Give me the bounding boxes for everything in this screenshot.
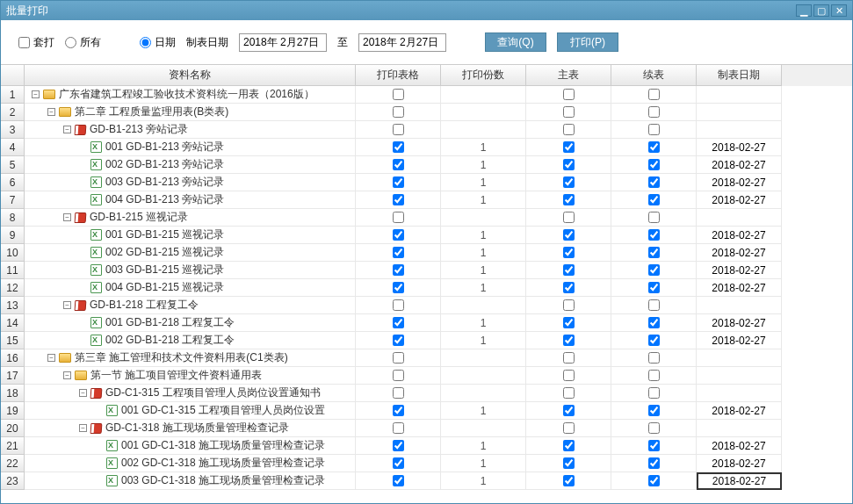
- cell-chk[interactable]: [356, 244, 441, 262]
- cell-chk[interactable]: [356, 156, 441, 174]
- cell-ext[interactable]: [611, 455, 697, 472]
- cell-ext[interactable]: [611, 349, 697, 367]
- ext-checkbox[interactable]: [648, 335, 660, 346]
- print-checkbox[interactable]: [393, 335, 404, 346]
- ext-checkbox[interactable]: [648, 159, 660, 170]
- cell-ext[interactable]: [611, 174, 697, 191]
- main-checkbox[interactable]: [563, 159, 575, 170]
- cell-ext[interactable]: [611, 402, 697, 420]
- cell-main[interactable]: [526, 437, 611, 455]
- cell-ext[interactable]: [611, 279, 697, 297]
- table-row[interactable]: 6003 GD-B1-213 旁站记录12018-02-27: [1, 174, 852, 191]
- cell-name[interactable]: 001 GD-B1-218 工程复工令: [25, 314, 356, 332]
- tree-toggle[interactable]: −: [63, 301, 71, 309]
- cell-main[interactable]: [526, 297, 611, 314]
- cell-main[interactable]: [526, 279, 611, 297]
- col-ext[interactable]: 续表: [611, 65, 697, 86]
- print-checkbox[interactable]: [393, 387, 404, 399]
- cell-chk[interactable]: [356, 420, 441, 437]
- print-checkbox[interactable]: [393, 194, 404, 205]
- cell-ext[interactable]: [611, 332, 697, 349]
- cell-ext[interactable]: [611, 385, 697, 402]
- cell-chk[interactable]: [356, 349, 441, 367]
- ext-checkbox[interactable]: [648, 124, 660, 135]
- ext-checkbox[interactable]: [648, 176, 660, 188]
- grid-body[interactable]: 1−广东省建筑工程竣工验收技术资料统一用表（2016版）2−第二章 工程质量监理…: [1, 86, 852, 503]
- cell-main[interactable]: [526, 332, 611, 349]
- cell-ext[interactable]: [611, 472, 697, 490]
- table-row[interactable]: 18−GD-C1-315 工程项目管理人员岗位设置通知书: [1, 385, 852, 402]
- print-checkbox[interactable]: [393, 176, 404, 188]
- ext-checkbox[interactable]: [648, 141, 660, 153]
- cell-name[interactable]: 003 GD-B1-213 旁站记录: [25, 174, 356, 191]
- cell-chk[interactable]: [356, 191, 441, 209]
- table-row[interactable]: 10002 GD-B1-215 巡视记录12018-02-27: [1, 244, 852, 262]
- table-row[interactable]: 17−第一节 施工项目管理文件资料通用表: [1, 367, 852, 385]
- cell-main[interactable]: [526, 174, 611, 191]
- cell-name[interactable]: −第一节 施工项目管理文件资料通用表: [25, 367, 356, 385]
- table-row[interactable]: 22002 GD-C1-318 施工现场质量管理检查记录12018-02-27: [1, 455, 852, 472]
- cell-name[interactable]: −GD-C1-318 施工现场质量管理检查记录: [25, 420, 356, 437]
- cell-chk[interactable]: [356, 86, 441, 104]
- cell-chk[interactable]: [356, 367, 441, 385]
- print-checkbox[interactable]: [393, 457, 404, 469]
- cell-main[interactable]: [526, 121, 611, 139]
- cell-ext[interactable]: [611, 86, 697, 104]
- cell-main[interactable]: [526, 349, 611, 367]
- ext-checkbox[interactable]: [648, 89, 660, 100]
- cell-main[interactable]: [526, 86, 611, 104]
- cell-name[interactable]: −GD-C1-315 工程项目管理人员岗位设置通知书: [25, 385, 356, 402]
- ext-checkbox[interactable]: [648, 106, 660, 118]
- cell-name[interactable]: 004 GD-B1-215 巡视记录: [25, 279, 356, 297]
- ext-checkbox[interactable]: [648, 457, 660, 469]
- main-checkbox[interactable]: [563, 352, 575, 364]
- print-checkbox[interactable]: [393, 247, 404, 258]
- cell-main[interactable]: [526, 402, 611, 420]
- cell-ext[interactable]: [611, 420, 697, 437]
- table-row[interactable]: 23003 GD-C1-318 施工现场质量管理检查记录12018-02-27: [1, 472, 852, 490]
- cell-main[interactable]: [526, 227, 611, 244]
- cell-chk[interactable]: [356, 139, 441, 156]
- tree-toggle[interactable]: −: [79, 389, 87, 397]
- cell-chk[interactable]: [356, 227, 441, 244]
- ext-checkbox[interactable]: [648, 422, 660, 434]
- cell-chk[interactable]: [356, 385, 441, 402]
- print-checkbox[interactable]: [393, 282, 404, 293]
- query-button[interactable]: 查询(Q): [485, 32, 546, 52]
- table-row[interactable]: 1−广东省建筑工程竣工验收技术资料统一用表（2016版）: [1, 86, 852, 104]
- tree-toggle[interactable]: −: [47, 108, 55, 116]
- maximize-button[interactable]: ▢: [813, 4, 829, 17]
- cell-main[interactable]: [526, 455, 611, 472]
- col-qty[interactable]: 打印份数: [441, 65, 526, 86]
- all-radio[interactable]: 所有: [65, 35, 101, 50]
- minimize-button[interactable]: ▁: [796, 4, 812, 17]
- cell-name[interactable]: 001 GD-B1-213 旁站记录: [25, 139, 356, 156]
- cell-name[interactable]: −GD-B1-215 巡视记录: [25, 209, 356, 227]
- main-checkbox[interactable]: [563, 475, 575, 486]
- print-checkbox[interactable]: [393, 264, 404, 276]
- cell-chk[interactable]: [356, 262, 441, 279]
- table-row[interactable]: 20−GD-C1-318 施工现场质量管理检查记录: [1, 420, 852, 437]
- cell-chk[interactable]: [356, 174, 441, 191]
- table-row[interactable]: 16−第三章 施工管理和技术文件资料用表(C1类表): [1, 349, 852, 367]
- print-checkbox[interactable]: [393, 422, 404, 434]
- main-checkbox[interactable]: [563, 124, 575, 135]
- print-checkbox[interactable]: [393, 89, 404, 100]
- cell-name[interactable]: −GD-B1-213 旁站记录: [25, 121, 356, 139]
- cell-name[interactable]: −GD-B1-218 工程复工令: [25, 297, 356, 314]
- print-checkbox[interactable]: [393, 106, 404, 118]
- main-checkbox[interactable]: [563, 264, 575, 276]
- ext-checkbox[interactable]: [648, 475, 660, 486]
- main-checkbox[interactable]: [563, 440, 575, 451]
- cell-main[interactable]: [526, 209, 611, 227]
- table-row[interactable]: 3−GD-B1-213 旁站记录: [1, 121, 852, 139]
- cell-ext[interactable]: [611, 367, 697, 385]
- print-checkbox[interactable]: [393, 440, 404, 451]
- cell-ext[interactable]: [611, 314, 697, 332]
- print-checkbox[interactable]: [393, 299, 404, 311]
- main-checkbox[interactable]: [563, 387, 575, 399]
- tree-toggle[interactable]: −: [63, 213, 71, 221]
- table-row[interactable]: 21001 GD-C1-318 施工现场质量管理检查记录12018-02-27: [1, 437, 852, 455]
- taoda-checkbox[interactable]: 套打: [18, 35, 54, 50]
- main-checkbox[interactable]: [563, 457, 575, 469]
